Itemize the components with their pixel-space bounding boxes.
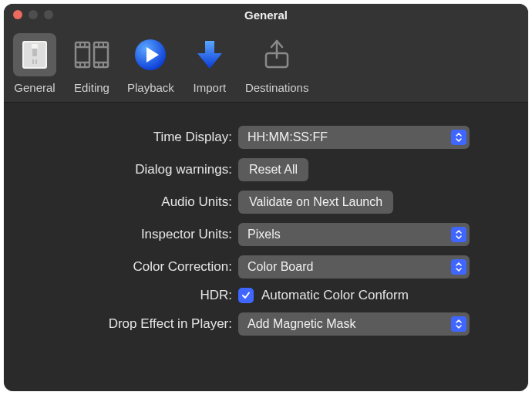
chevron-updown-icon xyxy=(451,227,466,242)
tab-import-label: Import xyxy=(194,81,227,94)
dialog-warnings-label: Dialog warnings: xyxy=(22,162,238,177)
minimize-window-button[interactable] xyxy=(29,10,38,19)
window-controls xyxy=(4,10,53,19)
zoom-window-button[interactable] xyxy=(44,10,53,19)
svg-rect-4 xyxy=(32,59,34,64)
close-window-button[interactable] xyxy=(13,10,22,19)
playback-icon xyxy=(129,33,172,76)
time-display-popup[interactable]: HH:MM:SS:FF xyxy=(238,126,470,149)
inspector-units-value: Pixels xyxy=(247,228,281,241)
time-display-label: Time Display: xyxy=(22,130,238,145)
color-correction-value: Color Board xyxy=(247,260,313,274)
validate-audio-units-button-label: Validate on Next Launch xyxy=(249,195,382,209)
validate-audio-units-button[interactable]: Validate on Next Launch xyxy=(238,191,393,214)
destinations-icon xyxy=(255,33,298,76)
chevron-updown-icon xyxy=(451,130,466,145)
chevron-updown-icon xyxy=(451,259,466,275)
audio-units-label: Audio Units: xyxy=(22,194,238,210)
tab-editing-label: Editing xyxy=(74,81,109,94)
time-display-value: HH:MM:SS:FF xyxy=(247,130,328,144)
drop-effect-label: Drop Effect in Player: xyxy=(22,316,238,332)
titlebar: General xyxy=(4,4,528,25)
tab-destinations-label: Destinations xyxy=(245,81,309,94)
tab-editing[interactable]: Editing xyxy=(70,33,113,94)
toolbar: General xyxy=(4,25,528,103)
preferences-window: General General xyxy=(4,4,528,391)
reset-all-button[interactable]: Reset All xyxy=(238,158,308,181)
chevron-updown-icon xyxy=(451,316,466,332)
window-title: General xyxy=(244,8,288,22)
svg-rect-3 xyxy=(32,44,38,49)
svg-rect-5 xyxy=(35,59,37,64)
tab-playback-label: Playback xyxy=(127,81,174,94)
import-icon xyxy=(188,33,231,76)
tab-playback[interactable]: Playback xyxy=(127,33,174,94)
tab-destinations[interactable]: Destinations xyxy=(245,33,309,94)
inspector-units-label: Inspector Units: xyxy=(22,227,238,242)
reset-all-button-label: Reset All xyxy=(249,163,298,177)
hdr-label: HDR: xyxy=(22,288,238,303)
tab-import[interactable]: Import xyxy=(188,33,231,94)
tab-general-label: General xyxy=(14,81,55,94)
editing-icon xyxy=(70,33,113,76)
general-icon xyxy=(13,33,56,76)
general-settings-form: Time Display: HH:MM:SS:FF Dialog warning… xyxy=(4,103,528,336)
inspector-units-popup[interactable]: Pixels xyxy=(238,223,470,246)
drop-effect-popup[interactable]: Add Magnetic Mask xyxy=(238,312,470,336)
color-correction-label: Color Correction: xyxy=(22,259,238,275)
hdr-checkbox-label: Automatic Color Conform xyxy=(261,288,409,303)
hdr-checkbox[interactable] xyxy=(238,288,254,303)
color-correction-popup[interactable]: Color Board xyxy=(238,255,470,279)
drop-effect-value: Add Magnetic Mask xyxy=(247,317,356,331)
tab-general[interactable]: General xyxy=(13,33,56,94)
